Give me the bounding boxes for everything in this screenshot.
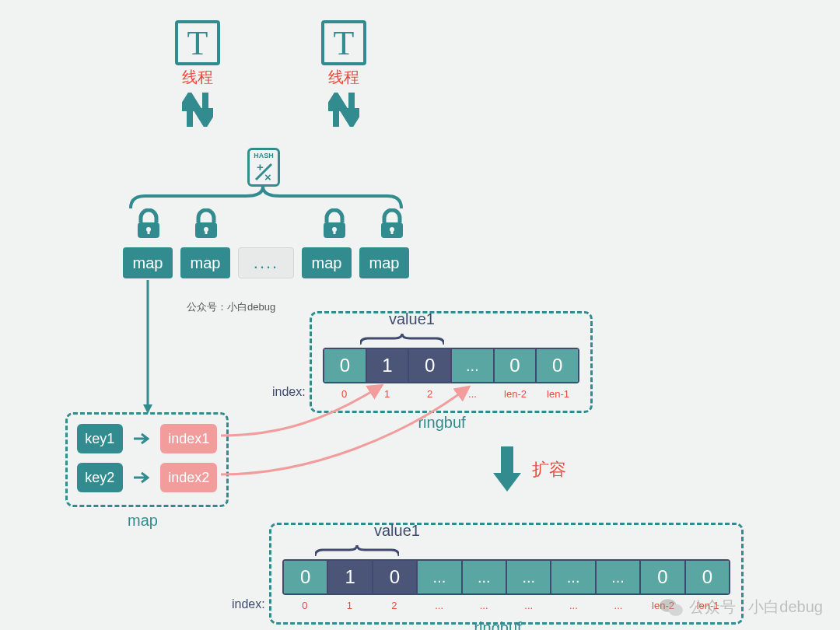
ringbuf-index: 1 xyxy=(366,388,408,400)
hash-math-icon: + × xyxy=(250,161,278,183)
ringbuf-cell: 0 xyxy=(284,561,328,593)
ringbuf-cell: 1 xyxy=(328,561,373,593)
ringbuf-index: len-2 xyxy=(494,388,537,400)
key-cell: key2 xyxy=(77,463,123,492)
thread-2: T 线程 xyxy=(313,20,375,127)
map-entry: key1 index1 xyxy=(77,424,217,453)
map-entry: key2 index2 xyxy=(77,463,217,492)
svg-rect-11 xyxy=(334,229,336,234)
map-box: key1 index1 key2 index2 xyxy=(65,412,229,507)
expand-section: 扩容 xyxy=(492,446,566,493)
ringbuf-cell: 0 xyxy=(324,349,367,382)
lock-icon xyxy=(312,212,357,240)
ringbuf-cell: ... xyxy=(551,561,596,593)
thread-glyph: T xyxy=(334,23,355,63)
index-label: index: xyxy=(232,597,265,611)
map-shard: map xyxy=(180,247,230,278)
ringbuf-cell: 0 xyxy=(409,349,452,382)
ringbuf-cell: 0 xyxy=(641,561,685,593)
map-shard: map xyxy=(302,247,352,278)
map-shard: map xyxy=(359,247,409,278)
map-shard-row: map map .... map map xyxy=(123,247,409,278)
ringbuf-indexes: 012...len-2len-1 xyxy=(323,388,579,400)
ringbuf-index: len-1 xyxy=(537,388,579,400)
arrow-right-icon xyxy=(134,432,150,445)
lock-icon xyxy=(184,212,229,240)
svg-rect-14 xyxy=(391,229,394,234)
ringbuf-index: ... xyxy=(451,388,494,400)
ringbuf-index: 2 xyxy=(372,600,417,611)
ringbuf-index: 0 xyxy=(323,388,366,400)
index-label: index: xyxy=(272,385,306,399)
ringbuf-label: ringbuf xyxy=(474,619,521,630)
index-cell: index1 xyxy=(160,424,217,453)
ringbuf-cell: 0 xyxy=(373,561,418,593)
ringbuf-index: ... xyxy=(461,600,506,611)
arrow-down-big-icon xyxy=(492,446,523,493)
thread-1: T 线程 xyxy=(166,20,229,127)
svg-rect-15 xyxy=(501,446,513,473)
ringbuf-index: 2 xyxy=(408,388,451,400)
ringbuf-index: 1 xyxy=(327,600,373,611)
ringbuf-index: ... xyxy=(596,600,641,611)
ellipsis-cell: .... xyxy=(238,247,294,278)
thread-icon: T xyxy=(175,20,220,65)
value1-label: value1 xyxy=(389,310,435,328)
svg-point-17 xyxy=(668,604,682,615)
ringbuf-cells: 010...............00 xyxy=(282,559,730,595)
ringbuf-cell: 0 xyxy=(686,561,729,593)
ringbuf-cell: ... xyxy=(463,561,507,593)
ringbuf-label: ringbuf xyxy=(418,414,465,432)
svg-text:×: × xyxy=(264,170,271,183)
ringbuf-cell: 0 xyxy=(495,349,537,382)
thread-label: 线程 xyxy=(313,67,375,88)
expand-label: 扩容 xyxy=(532,458,566,481)
key-cell: key1 xyxy=(77,424,123,453)
thread-glyph: T xyxy=(187,23,208,63)
ringbuf-cell: 0 xyxy=(537,349,578,382)
lock-icon xyxy=(126,212,171,240)
hash-label: HASH xyxy=(250,152,278,159)
svg-text:+: + xyxy=(257,161,264,173)
wechat-icon xyxy=(660,597,683,618)
ringbuf-index: ... xyxy=(551,600,597,611)
ringbuf-cell: ... xyxy=(418,561,462,593)
ringbuf-cell: ... xyxy=(507,561,551,593)
bidir-arrows-icon xyxy=(313,93,375,127)
hash-icon: HASH + × xyxy=(247,148,280,187)
value1-label: value1 xyxy=(374,522,420,540)
ringbuf-cell: ... xyxy=(597,561,641,593)
ringbuf-cells: 010...00 xyxy=(323,348,579,383)
thread-label: 线程 xyxy=(166,67,229,88)
bidir-arrows-icon xyxy=(166,93,229,127)
map-shard: map xyxy=(123,247,173,278)
ringbuf-cell: 1 xyxy=(367,349,410,382)
ringbuf-cell: ... xyxy=(452,349,495,382)
lock-row xyxy=(126,212,415,240)
map-box-label: map xyxy=(128,512,158,530)
watermark-text: 公众号 · 小白debug xyxy=(689,597,823,618)
svg-rect-5 xyxy=(148,229,150,234)
ringbuf-before: value1 010...00 012...len-2len-1 xyxy=(310,311,593,413)
arrow-right-icon xyxy=(134,471,150,484)
brace-icon xyxy=(360,334,444,345)
lock-icon xyxy=(369,212,415,240)
ringbuf-index: ... xyxy=(417,600,462,611)
ringbuf-index: ... xyxy=(506,600,551,611)
credit-text: 公众号：小白debug xyxy=(187,300,275,314)
brace-icon xyxy=(315,545,399,556)
svg-rect-8 xyxy=(205,229,208,234)
index-cell: index2 xyxy=(160,463,217,492)
thread-icon: T xyxy=(321,20,366,65)
watermark: 公众号 · 小白debug xyxy=(660,597,823,618)
ringbuf-index: 0 xyxy=(282,600,327,611)
